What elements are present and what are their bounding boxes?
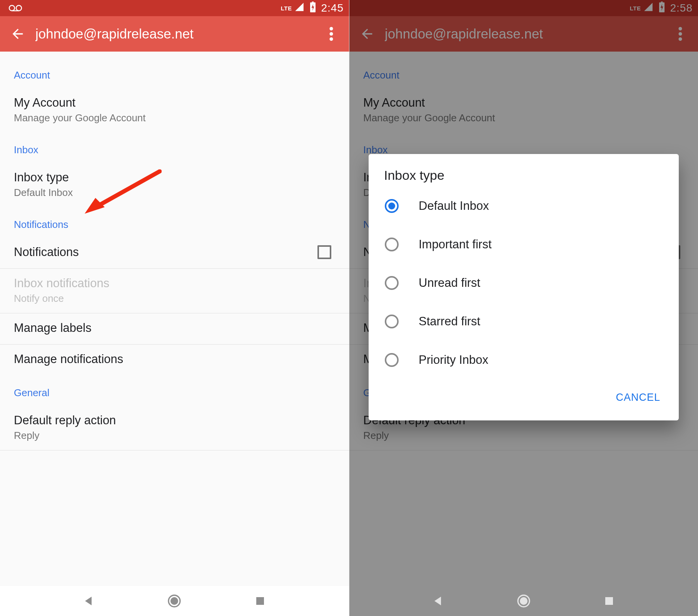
- lte-label: LTE: [281, 5, 292, 12]
- item-manage-notifications[interactable]: Manage notifications: [0, 345, 349, 375]
- svg-point-0: [9, 5, 15, 11]
- dialog-title: Inbox type: [369, 168, 679, 187]
- svg-point-6: [330, 32, 333, 36]
- item-manage-labels[interactable]: Manage labels: [0, 313, 349, 344]
- item-subtitle: Notify once: [14, 293, 335, 305]
- clock: 2:45: [321, 2, 344, 14]
- radio-icon: [384, 237, 399, 252]
- option-default-inbox[interactable]: Default Inbox: [369, 187, 679, 225]
- item-title: Manage labels: [14, 320, 335, 336]
- option-priority-inbox[interactable]: Priority Inbox: [369, 341, 679, 379]
- item-subtitle: Default Inbox: [14, 187, 335, 199]
- item-subtitle: Manage your Google Account: [14, 112, 335, 124]
- appbar-title: johndoe@rapidrelease.net: [35, 26, 321, 42]
- item-title: Notifications: [14, 244, 79, 260]
- overflow-menu-button[interactable]: [321, 23, 342, 45]
- divider: [0, 450, 349, 450]
- svg-rect-20: [605, 597, 613, 605]
- nav-back-button[interactable]: [429, 591, 448, 611]
- radio-icon: [384, 352, 399, 368]
- item-title: My Account: [14, 95, 335, 110]
- nav-home-button[interactable]: [165, 591, 184, 611]
- radio-icon: [384, 275, 399, 291]
- phone-left: LTE 2:45 johndoe@rapidrelease.net Accoun…: [0, 0, 349, 616]
- back-button[interactable]: [7, 23, 28, 45]
- svg-point-7: [330, 37, 333, 41]
- svg-rect-12: [256, 597, 264, 605]
- option-label: Default Inbox: [419, 199, 489, 213]
- item-inbox-type[interactable]: Inbox type Default Inbox: [0, 163, 349, 207]
- dialog-inbox-type: Inbox type Default Inbox Important first…: [369, 154, 679, 420]
- section-header-account: Account: [0, 58, 349, 88]
- item-title: Default reply action: [14, 413, 335, 428]
- android-nav-bar: [349, 586, 698, 616]
- section-header-inbox: Inbox: [0, 132, 349, 163]
- voicemail-icon: [8, 2, 22, 14]
- option-unread-first[interactable]: Unread first: [369, 264, 679, 302]
- svg-point-19: [520, 597, 528, 605]
- svg-rect-3: [312, 2, 314, 2]
- radio-icon: [384, 198, 399, 214]
- radio-icon: [384, 314, 399, 329]
- svg-point-1: [16, 5, 22, 11]
- option-label: Unread first: [419, 276, 480, 290]
- signal-icon: [294, 2, 304, 15]
- item-notifications[interactable]: Notifications: [0, 238, 349, 268]
- cancel-button[interactable]: CANCEL: [606, 385, 670, 410]
- item-title: Manage notifications: [14, 352, 335, 367]
- nav-recents-button[interactable]: [599, 591, 619, 611]
- option-label: Important first: [419, 238, 492, 251]
- option-starred-first[interactable]: Starred first: [369, 302, 679, 341]
- android-nav-bar: [0, 586, 349, 616]
- item-default-reply-action[interactable]: Default reply action Reply: [0, 406, 349, 450]
- svg-point-5: [330, 27, 333, 30]
- status-bar: LTE 2:45: [0, 0, 349, 16]
- section-header-notifications: Notifications: [0, 207, 349, 238]
- section-header-general: General: [0, 375, 349, 406]
- item-subtitle: Reply: [14, 430, 335, 442]
- checkbox-notifications[interactable]: [317, 245, 331, 259]
- option-label: Starred first: [419, 315, 480, 328]
- svg-point-11: [170, 597, 178, 605]
- nav-recents-button[interactable]: [250, 591, 270, 611]
- option-important-first[interactable]: Important first: [369, 225, 679, 264]
- option-label: Priority Inbox: [419, 353, 488, 367]
- item-inbox-notifications: Inbox notifications Notify once: [0, 269, 349, 313]
- nav-home-button[interactable]: [514, 591, 533, 611]
- item-my-account[interactable]: My Account Manage your Google Account: [0, 88, 349, 132]
- nav-back-button[interactable]: [79, 591, 99, 611]
- phone-right: LTE 2:58 johndoe@rapidrelease.net Accoun…: [349, 0, 698, 616]
- item-title: Inbox type: [14, 170, 335, 185]
- battery-icon: [309, 2, 317, 15]
- settings-list[interactable]: Account My Account Manage your Google Ac…: [0, 52, 349, 450]
- item-title: Inbox notifications: [14, 276, 335, 291]
- app-bar: johndoe@rapidrelease.net: [0, 16, 349, 52]
